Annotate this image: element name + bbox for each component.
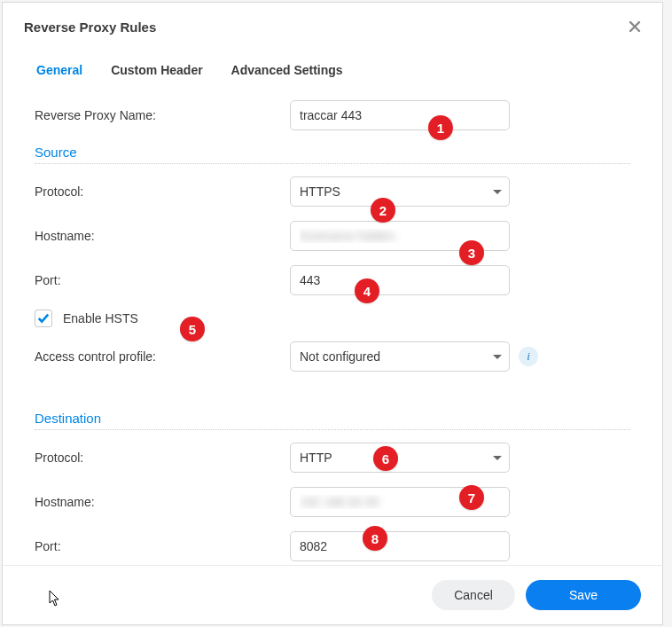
tab-content-general: Reverse Proxy Name: Source Protocol: HTT… (3, 86, 662, 565)
annotation-marker-3: 3 (459, 240, 484, 265)
dest-hostname-label: Hostname: (35, 495, 290, 509)
proxy-name-input[interactable] (290, 100, 510, 130)
source-protocol-select[interactable]: HTTPS (290, 176, 510, 207)
row-dest-protocol: Protocol: HTTP (35, 443, 630, 473)
chevron-down-icon (493, 355, 502, 359)
cursor-icon (49, 590, 61, 607)
dialog-footer: Cancel Save (3, 565, 662, 624)
dest-port-label: Port: (35, 539, 290, 553)
close-button[interactable] (627, 19, 643, 35)
dest-protocol-label: Protocol: (35, 451, 290, 465)
tab-custom-header[interactable]: Custom Header (109, 58, 204, 86)
dest-port-input[interactable] (290, 531, 510, 561)
source-port-input[interactable] (290, 265, 510, 295)
dialog-title: Reverse Proxy Rules (24, 20, 156, 35)
row-proxy-name: Reverse Proxy Name: (35, 100, 630, 130)
source-protocol-value: HTTPS (300, 184, 340, 199)
tab-general[interactable]: General (35, 58, 84, 86)
access-profile-label: Access control profile: (35, 349, 290, 364)
source-port-label: Port: (35, 273, 290, 287)
section-title-source: Source (35, 145, 630, 160)
check-icon (37, 312, 50, 325)
row-dest-port: Port: (35, 531, 630, 561)
annotation-marker-4: 4 (355, 278, 379, 303)
annotation-marker-1: 1 (428, 115, 453, 140)
access-profile-select[interactable]: Not configured (290, 341, 510, 372)
source-hostname-label: Hostname: (35, 229, 290, 243)
annotation-marker-6: 6 (373, 446, 398, 471)
section-title-destination: Destination (35, 411, 630, 426)
divider (35, 163, 630, 164)
dest-protocol-value: HTTP (300, 451, 332, 465)
chevron-down-icon (493, 190, 502, 194)
annotation-marker-7: 7 (459, 485, 484, 510)
row-source-protocol: Protocol: HTTPS (35, 176, 630, 207)
tab-advanced-settings[interactable]: Advanced Settings (230, 58, 345, 86)
enable-hsts-checkbox[interactable] (35, 310, 52, 327)
annotation-marker-5: 5 (180, 317, 205, 341)
access-profile-value: Not configured (300, 349, 380, 364)
row-enable-hsts: Enable HSTS (35, 310, 630, 327)
row-source-port: Port: (35, 265, 630, 295)
annotation-marker-8: 8 (363, 526, 387, 551)
info-icon[interactable]: i (519, 347, 538, 366)
chevron-down-icon (493, 456, 502, 460)
enable-hsts-label: Enable HSTS (63, 311, 138, 325)
close-icon (629, 20, 641, 33)
dialog-header: Reverse Proxy Rules (3, 3, 662, 47)
source-protocol-label: Protocol: (35, 184, 290, 199)
divider (35, 429, 630, 430)
row-access-profile: Access control profile: Not configured i (35, 341, 630, 372)
save-button[interactable]: Save (526, 580, 641, 610)
row-dest-hostname: Hostname: (35, 487, 630, 517)
proxy-name-label: Reverse Proxy Name: (35, 108, 290, 122)
reverse-proxy-dialog: Reverse Proxy Rules General Custom Heade… (2, 2, 663, 625)
annotation-marker-2: 2 (371, 198, 395, 223)
dest-protocol-select[interactable]: HTTP (290, 443, 510, 473)
tabs-bar: General Custom Header Advanced Settings (3, 47, 662, 86)
row-source-hostname: Hostname: (35, 221, 630, 251)
cancel-button[interactable]: Cancel (432, 580, 515, 610)
